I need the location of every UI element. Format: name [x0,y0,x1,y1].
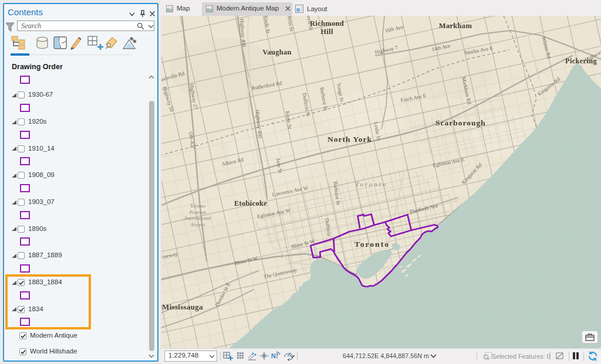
svg-text:Pearson: Pearson [189,209,206,215]
svg-text:Richmond: Richmond [310,19,344,28]
svg-text:Toronto: Toronto [354,240,390,249]
svg-text:Vaughan: Vaughan [262,48,292,56]
svg-text:Markham: Markham [439,22,472,30]
svg-text:Airport: Airport [190,222,205,227]
svg-text:Toronto: Toronto [190,203,205,209]
svg-text:Hill: Hill [320,28,333,36]
svg-text:North York: North York [327,135,372,144]
svg-text:Scarborough: Scarborough [435,118,486,127]
svg-text:Mississauga: Mississauga [162,302,203,311]
svg-text:N: N [271,352,276,359]
svg-text:Toronto: Toronto [355,181,387,188]
svg-text:Etobicoke: Etobicoke [234,199,267,207]
svg-text:International: International [184,215,211,221]
